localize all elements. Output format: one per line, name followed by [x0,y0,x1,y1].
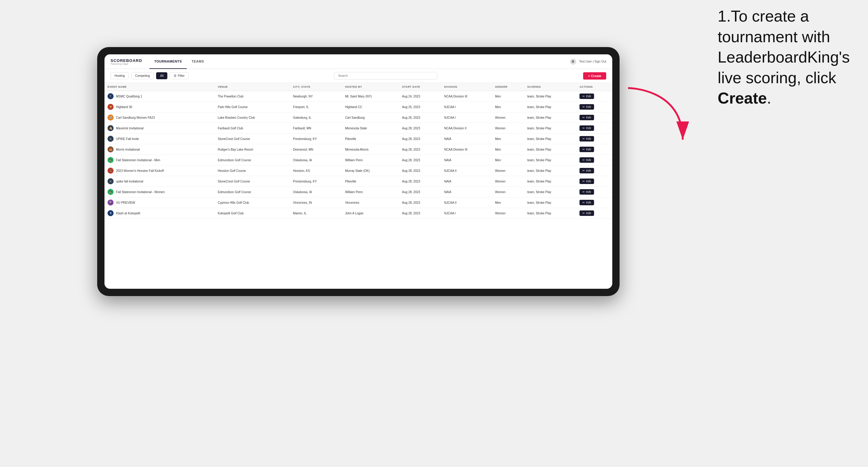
cell-venue-10: Cypress Hills Golf Club [215,197,290,208]
team-icon-0: 🏌 [107,93,114,99]
logo-text: SCOREBOARD [111,58,142,63]
edit-button-6[interactable]: ✏ Edit [580,157,594,163]
cell-actions-8: ✏ Edit [577,176,612,187]
cell-division-4: NAIA [441,134,492,144]
event-name-4: UPIKE Fall Invite [116,137,139,141]
cell-actions-5: ✏ Edit [577,144,612,155]
cell-actions-2: ✏ Edit [577,112,612,123]
cell-city-state-2: Galesburg, IL [290,112,342,123]
cell-gender-8: Women [492,176,524,187]
event-name-8: upike fall invitational [116,180,143,183]
cell-venue-7: Hesston Golf Course [215,165,290,176]
edit-icon-0: ✏ [583,95,585,98]
cell-venue-6: Edmundson Golf Course [215,155,290,165]
gear-icon[interactable]: ⚙ [570,59,576,65]
cell-event-name-2: 🐺 Carl Sandburg Women FA23 [104,112,215,123]
cell-gender-3: Women [492,123,524,134]
cell-scoring-10: team, Stroke Play [524,197,577,208]
cell-start-date-9: Aug 28, 2023 [399,187,441,197]
cell-event-name-1: 🦁 Highland 36 [104,102,215,112]
edit-icon-8: ✏ [583,180,585,183]
search-input[interactable] [334,72,437,80]
cell-start-date-0: Aug 24, 2023 [399,91,441,102]
table-row: 🦁 Highland 36 Park Hills Golf Course Fre… [104,102,612,112]
edit-button-3[interactable]: ✏ Edit [580,125,594,131]
create-button[interactable]: + Create [583,72,606,80]
col-venue: VENUE [215,83,290,91]
cell-event-name-0: 🏌 MSMC Qualifying 1 [104,91,215,102]
edit-button-11[interactable]: ✏ Edit [580,211,594,216]
cell-hosted-by-4: Pikeville [342,134,399,144]
tab-teams[interactable]: TEAMS [187,54,209,69]
tab-tournaments[interactable]: TOURNAMENTS [149,54,187,69]
col-city-state: CITY, STATE [290,83,342,91]
user-info: Test User | Sign Out [579,60,606,63]
event-name-6: Fall Statesmen Invitational - Men [116,158,160,162]
cell-division-8: NAIA [441,176,492,187]
edit-button-10[interactable]: ✏ Edit [580,200,594,205]
tablet-screen: SCOREBOARD Powered by Clippit TOURNAMENT… [104,54,612,289]
edit-button-7[interactable]: ✏ Edit [580,168,594,174]
edit-button-5[interactable]: ✏ Edit [580,147,594,152]
filter-icon: ☰ [174,74,177,77]
edit-button-0[interactable]: ✏ Edit [580,94,594,99]
cell-venue-9: Edmundson Golf Course [215,187,290,197]
edit-button-9[interactable]: ✏ Edit [580,189,594,195]
cell-hosted-by-2: Carl Sandburg [342,112,399,123]
cell-scoring-7: team, Stroke Play [524,165,577,176]
cell-venue-3: Faribault Golf Club [215,123,290,134]
cell-scoring-2: team, Stroke Play [524,112,577,123]
edit-button-8[interactable]: ✏ Edit [580,179,594,184]
col-scoring: SCORING [524,83,577,91]
cell-hosted-by-8: Pikeville [342,176,399,187]
team-icon-2: 🐺 [107,115,114,121]
cell-scoring-6: team, Stroke Play [524,155,577,165]
edit-button-2[interactable]: ✏ Edit [580,115,594,120]
edit-icon-7: ✏ [583,169,585,172]
cell-event-name-3: 🐴 Maverick Invitational [104,123,215,134]
cell-hosted-by-5: Minnesota-Morris [342,144,399,155]
cell-event-name-7: 🐻 2023 Women's Hesston Fall Kickoff [104,165,215,176]
competing-button[interactable]: Competing [131,72,154,79]
cell-hosted-by-6: William Penn [342,155,399,165]
cell-hosted-by-0: Mt. Saint Mary (NY) [342,91,399,102]
cell-scoring-4: team, Stroke Play [524,134,577,144]
toolbar: Hosting Competing All ☰ Filter + Create [104,69,612,83]
tournaments-table: EVENT NAME VENUE CITY, STATE HOSTED BY S… [104,83,612,219]
cell-scoring-9: team, Stroke Play [524,187,577,197]
cell-gender-6: Men [492,155,524,165]
cell-event-name-8: ⚔ upike fall invitational [104,176,215,187]
cell-scoring-11: team, Stroke Play [524,208,577,219]
cell-gender-5: Men [492,144,524,155]
team-icon-9: 🦅 [107,189,114,195]
cell-city-state-3: Faribault, MN [290,123,342,134]
nav-tabs: TOURNAMENTS TEAMS [149,54,570,69]
cell-start-date-2: Aug 26, 2023 [399,112,441,123]
cell-division-0: NCAA Division III [441,91,492,102]
cell-hosted-by-1: Highland CC [342,102,399,112]
cell-actions-3: ✏ Edit [577,123,612,134]
cell-hosted-by-3: Minnesota State [342,123,399,134]
cell-gender-9: Women [492,187,524,197]
edit-icon-11: ✏ [583,212,585,215]
team-icon-10: 🎱 [107,199,114,206]
cell-start-date-1: Aug 25, 2023 [399,102,441,112]
cell-gender-2: Women [492,112,524,123]
cell-actions-11: ✏ Edit [577,208,612,219]
table-row: 🎱 VU PREVIEW Cypress Hills Golf Club Vin… [104,197,612,208]
cell-scoring-1: team, Stroke Play [524,102,577,112]
cell-venue-2: Lake Bracken Country Club [215,112,290,123]
cell-actions-1: ✏ Edit [577,102,612,112]
hosting-button[interactable]: Hosting [111,72,129,79]
cell-start-date-3: Aug 28, 2023 [399,123,441,134]
filter-button[interactable]: ☰ Filter [170,72,188,79]
cell-division-10: NJCAA II [441,197,492,208]
cell-start-date-8: Aug 28, 2023 [399,176,441,187]
edit-button-4[interactable]: ✏ Edit [580,136,594,142]
cell-venue-8: StoneCrest Golf Course [215,176,290,187]
all-button[interactable]: All [156,72,167,79]
edit-button-1[interactable]: ✏ Edit [580,104,594,110]
event-name-0: MSMC Qualifying 1 [116,95,142,98]
team-icon-7: 🐻 [107,167,114,174]
col-start-date: START DATE [399,83,441,91]
